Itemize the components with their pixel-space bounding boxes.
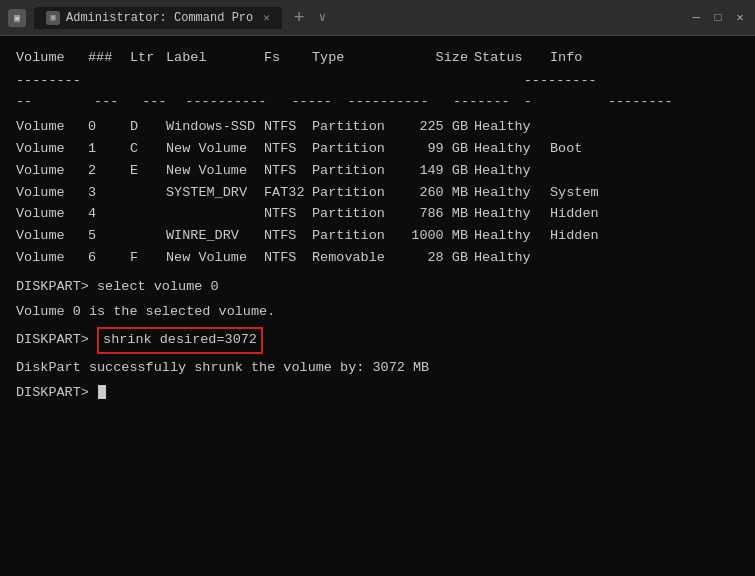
cell-num-4: 4 xyxy=(88,204,130,225)
col-header-status: Status xyxy=(474,48,550,69)
cell-ltr-1: C xyxy=(130,139,166,160)
cell-type-3: Partition xyxy=(312,183,402,204)
cell-num-3: 3 xyxy=(88,183,130,204)
cell-volume-5: Volume xyxy=(16,226,88,247)
col-header-size: Size xyxy=(402,48,474,69)
col-header-info: Info xyxy=(550,48,620,69)
shrink-result-text: DiskPart successfully shrunk the volume … xyxy=(16,360,429,375)
tab-close-button[interactable]: ✕ xyxy=(263,11,270,24)
cell-fs-4: NTFS xyxy=(264,204,312,225)
cell-type-0: Partition xyxy=(312,117,402,138)
select-command-text: DISKPART> select volume 0 xyxy=(16,279,219,294)
minimize-button[interactable]: — xyxy=(689,11,703,25)
new-tab-button[interactable]: + xyxy=(290,8,309,28)
cell-type-6: Removable xyxy=(312,248,402,269)
cell-ltr-4 xyxy=(130,204,166,225)
cell-num-5: 5 xyxy=(88,226,130,247)
cell-ltr-3 xyxy=(130,183,166,204)
command-section: DISKPART> select volume 0 Volume 0 is th… xyxy=(16,277,739,404)
cell-num-0: 0 xyxy=(88,117,130,138)
active-tab[interactable]: ▣ Administrator: Command Pro ✕ xyxy=(34,7,282,29)
tab-label: Administrator: Command Pro xyxy=(66,11,253,25)
cell-volume-3: Volume xyxy=(16,183,88,204)
cell-ltr-6: F xyxy=(130,248,166,269)
final-prompt-text: DISKPART> xyxy=(16,385,89,400)
cell-volume-4: Volume xyxy=(16,204,88,225)
shrink-result-line: DiskPart successfully shrunk the volume … xyxy=(16,358,739,379)
col-header-volume: Volume xyxy=(16,48,88,69)
cell-label-5: WINRE_DRV xyxy=(166,226,264,247)
final-prompt-line: DISKPART> xyxy=(16,383,739,404)
disk-table: Volume ### Ltr Label Fs Type Size Status… xyxy=(16,48,739,269)
cell-volume-1: Volume xyxy=(16,139,88,160)
cell-size-6: 28 GB xyxy=(402,248,474,269)
shrink-command-highlighted: shrink desired=3072 xyxy=(97,327,263,354)
cell-num-2: 2 xyxy=(88,161,130,182)
cell-size-4: 786 MB xyxy=(402,204,474,225)
cell-type-4: Partition xyxy=(312,204,402,225)
window-icon: ▣ xyxy=(8,9,26,27)
cell-volume-0: Volume xyxy=(16,117,88,138)
col-header-ltr: Ltr xyxy=(130,48,166,69)
cell-status-2: Healthy xyxy=(474,161,550,182)
cell-info-5: Hidden xyxy=(550,226,620,247)
cell-status-1: Healthy xyxy=(474,139,550,160)
table-header-row: Volume ### Ltr Label Fs Type Size Status… xyxy=(16,48,739,69)
shrink-command-line: DISKPART> shrink desired=3072 xyxy=(16,327,739,354)
table-row: Volume 2 E New Volume NTFS Partition 149… xyxy=(16,161,739,182)
cell-info-3: System xyxy=(550,183,620,204)
table-row: Volume 0 D Windows-SSD NTFS Partition 22… xyxy=(16,117,739,138)
select-result-text: Volume 0 is the selected volume. xyxy=(16,304,275,319)
maximize-button[interactable]: □ xyxy=(711,11,725,25)
cell-type-5: Partition xyxy=(312,226,402,247)
cell-fs-3: FAT32 xyxy=(264,183,312,204)
cell-info-4: Hidden xyxy=(550,204,620,225)
window-controls: — □ ✕ xyxy=(689,11,747,25)
close-button[interactable]: ✕ xyxy=(733,11,747,25)
col-header-label: Label xyxy=(166,48,264,69)
title-bar: ▣ ▣ Administrator: Command Pro ✕ + ∨ — □… xyxy=(0,0,755,36)
dropdown-button[interactable]: ∨ xyxy=(319,10,326,25)
cell-fs-1: NTFS xyxy=(264,139,312,160)
cell-num-6: 6 xyxy=(88,248,130,269)
cell-status-6: Healthy xyxy=(474,248,550,269)
cell-status-5: Healthy xyxy=(474,226,550,247)
cell-ltr-5 xyxy=(130,226,166,247)
cell-info-6 xyxy=(550,248,620,269)
cell-ltr-0: D xyxy=(130,117,166,138)
shrink-prompt: DISKPART> xyxy=(16,332,89,347)
cell-size-5: 1000 MB xyxy=(402,226,474,247)
cell-info-1: Boot xyxy=(550,139,620,160)
cell-fs-0: NTFS xyxy=(264,117,312,138)
col-header-fs: Fs xyxy=(264,48,312,69)
terminal-content: Volume ### Ltr Label Fs Type Size Status… xyxy=(0,36,755,576)
tab-icon: ▣ xyxy=(46,11,60,25)
table-row: Volume 5 WINRE_DRV NTFS Partition 1000 M… xyxy=(16,226,739,247)
cell-size-3: 260 MB xyxy=(402,183,474,204)
title-bar-left: ▣ ▣ Administrator: Command Pro ✕ + ∨ xyxy=(8,7,326,29)
table-divider: ---------- --- --- ---------- ----- ----… xyxy=(16,71,739,113)
cell-label-3: SYSTEM_DRV xyxy=(166,183,264,204)
cell-num-1: 1 xyxy=(88,139,130,160)
cell-label-1: New Volume xyxy=(166,139,264,160)
col-header-type: Type xyxy=(312,48,402,69)
cell-ltr-2: E xyxy=(130,161,166,182)
cell-fs-6: NTFS xyxy=(264,248,312,269)
cursor-blink xyxy=(98,385,106,399)
cell-volume-2: Volume xyxy=(16,161,88,182)
cell-size-1: 99 GB xyxy=(402,139,474,160)
cell-size-2: 149 GB xyxy=(402,161,474,182)
table-row: Volume 6 F New Volume NTFS Removable 28 … xyxy=(16,248,739,269)
cell-info-2 xyxy=(550,161,620,182)
select-result-line: Volume 0 is the selected volume. xyxy=(16,302,739,323)
cell-label-6: New Volume xyxy=(166,248,264,269)
cell-label-2: New Volume xyxy=(166,161,264,182)
cell-fs-2: NTFS xyxy=(264,161,312,182)
cell-status-0: Healthy xyxy=(474,117,550,138)
cell-status-3: Healthy xyxy=(474,183,550,204)
cell-fs-5: NTFS xyxy=(264,226,312,247)
select-command-line: DISKPART> select volume 0 xyxy=(16,277,739,298)
cell-status-4: Healthy xyxy=(474,204,550,225)
table-row: Volume 1 C New Volume NTFS Partition 99 … xyxy=(16,139,739,160)
cell-type-2: Partition xyxy=(312,161,402,182)
